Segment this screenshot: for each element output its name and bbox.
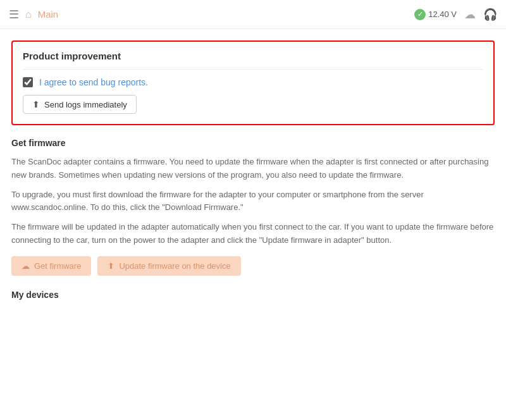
check-circle-icon: ✓ [414,9,426,20]
header-right: ✓ 12.40 V ☁ 🎧 [414,8,497,22]
send-logs-label: Send logs immediately [44,100,127,109]
agree-row: I agree to send bug reports. [23,77,483,87]
status-check: ✓ 12.40 V [414,9,457,20]
send-logs-button[interactable]: ⬆ Send logs immediately [23,95,137,114]
main-content: Product improvement I agree to send bug … [0,29,506,311]
app-header: ☰ ⌂ Main ✓ 12.40 V ☁ 🎧 [0,0,506,29]
header-left: ☰ ⌂ Main [9,8,58,22]
firmware-paragraph-2: To upgrade, you must first download the … [11,188,495,215]
firmware-paragraph-3: The firmware will be updated in the adap… [11,221,495,247]
divider [23,69,483,70]
product-improvement-box: Product improvement I agree to send bug … [11,40,495,125]
headphone-icon[interactable]: 🎧 [483,8,497,22]
firmware-buttons: ☁ Get firmware ⬆ Update firmware on the … [11,256,495,276]
cloud-icon[interactable]: ☁ [464,8,476,22]
firmware-paragraph-1: The ScanDoc adapter contains a firmware.… [11,156,495,182]
my-devices-title: My devices [11,290,495,300]
home-icon: ⌂ [25,9,32,20]
header-title: Main [38,9,59,20]
update-firmware-label: Update firmware on the device [119,261,230,271]
get-firmware-button[interactable]: ☁ Get firmware [11,256,91,276]
agree-checkbox[interactable] [23,77,33,87]
update-firmware-upload-icon: ⬆ [108,261,114,271]
product-improvement-title: Product improvement [23,51,483,61]
get-firmware-label: Get firmware [34,261,81,271]
upload-icon: ⬆ [32,99,40,109]
voltage-display: 12.40 V [428,9,457,19]
firmware-section-title: Get firmware [11,138,495,148]
hamburger-icon[interactable]: ☰ [9,8,19,22]
update-firmware-button[interactable]: ⬆ Update firmware on the device [97,256,240,276]
agree-label[interactable]: I agree to send bug reports. [39,77,148,87]
get-firmware-cloud-icon: ☁ [22,261,30,271]
